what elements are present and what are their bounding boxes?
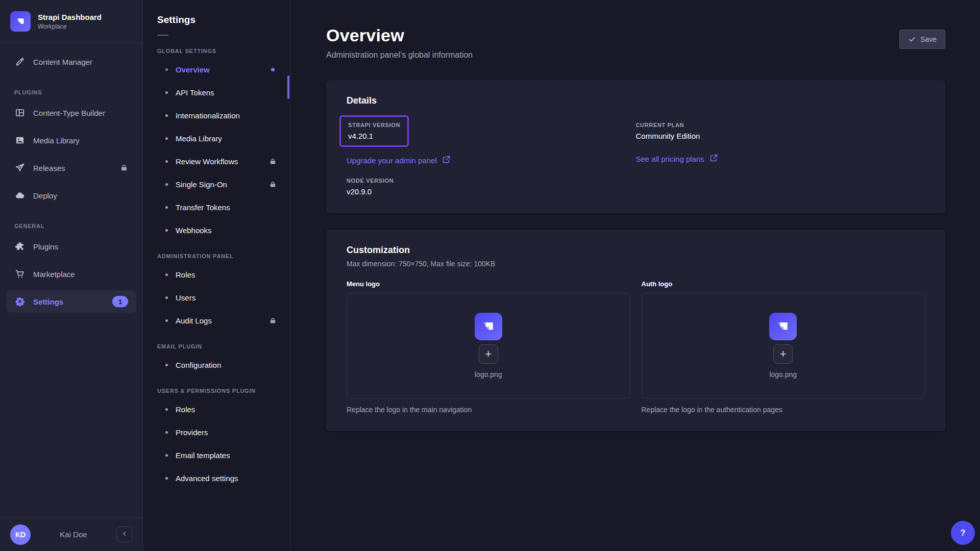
strapi-version-label: STRAPI VERSION (348, 122, 400, 128)
subnav-section-global-settings: GLOBAL SETTINGS (143, 37, 290, 58)
bullet-icon (165, 229, 168, 232)
nav-item-media-library[interactable]: Media Library (6, 129, 136, 152)
notification-dot (271, 68, 275, 71)
nav-section-plugins: PLUGINS (6, 78, 136, 102)
details-card-title: Details (347, 95, 925, 106)
settings-notification-badge: 1 (112, 296, 128, 307)
subnav-item-api-tokens[interactable]: API Tokens (143, 81, 290, 104)
add-menu-logo-button[interactable]: + (479, 344, 498, 364)
menu-logo-upload-area[interactable]: + logo.png (347, 293, 630, 398)
subnav-section-email-plugin: EMAIL PLUGIN (143, 332, 290, 354)
workspace-title: Strapi Dashboard (38, 13, 102, 21)
cart-icon (14, 269, 25, 279)
bullet-icon (165, 183, 168, 186)
add-auth-logo-button[interactable]: + (773, 344, 793, 364)
customization-card-title: Customization (347, 245, 925, 256)
subnav-scrollbar-thumb[interactable] (287, 76, 289, 99)
subnav-item-admin-roles[interactable]: Roles (143, 263, 290, 286)
nav-item-content-manager[interactable]: Content Manager (6, 51, 136, 73)
current-plan-label: CURRENT PLAN (636, 122, 925, 128)
chevron-left-icon (121, 530, 128, 539)
layout-icon (14, 108, 25, 118)
main-navigation: Strapi Dashboard Workplace Content Manag… (0, 0, 143, 551)
main-nav-list: Content Manager PLUGINS Content-Type Bui… (0, 43, 142, 517)
collapse-sidebar-button[interactable] (116, 527, 132, 542)
nav-item-settings[interactable]: Settings 1 (6, 290, 136, 313)
user-avatar[interactable]: KD (10, 524, 31, 545)
subnav-item-overview[interactable]: Overview (143, 58, 290, 81)
settings-sub-navigation: Settings GLOBAL SETTINGS Overview API To… (143, 0, 290, 551)
subnav-item-audit-logs[interactable]: Audit Logs (143, 309, 290, 332)
strapi-version-value: v4.20.1 (348, 132, 400, 140)
lock-icon (269, 158, 277, 165)
subnav-item-advanced-settings[interactable]: Advanced settings (143, 467, 290, 490)
lock-icon (269, 181, 277, 188)
lock-icon (269, 317, 277, 324)
image-icon (14, 135, 25, 145)
strapi-logo-preview (769, 313, 797, 340)
details-card: Details STRAPI VERSION v4.20.1 Upgrade y… (326, 80, 945, 213)
cloud-icon (14, 190, 25, 201)
subnav-item-providers[interactable]: Providers (143, 421, 290, 444)
nav-item-plugins[interactable]: Plugins (6, 235, 136, 258)
subnav-item-webhooks[interactable]: Webhooks (143, 219, 290, 242)
save-button[interactable]: Save (899, 30, 945, 49)
page-subtitle: Administration panel’s global informatio… (326, 51, 473, 60)
nav-item-marketplace[interactable]: Marketplace (6, 263, 136, 285)
bullet-icon (165, 431, 168, 434)
nav-item-label: Deploy (33, 191, 57, 200)
user-section[interactable]: KD Kai Doe (0, 517, 142, 551)
bullet-icon (165, 296, 168, 299)
nav-item-content-type-builder[interactable]: Content-Type Builder (6, 102, 136, 124)
subnav-item-media-library[interactable]: Media Library (143, 127, 290, 150)
current-plan-value: Community Edition (636, 132, 925, 140)
help-button[interactable]: ? (951, 521, 975, 545)
main-content: Overview Administration panel’s global i… (290, 0, 980, 551)
subnav-title: Settings (143, 14, 290, 26)
nav-item-releases[interactable]: Releases (6, 157, 136, 179)
nav-item-label: Content-Type Builder (33, 109, 105, 117)
subnav-item-transfer-tokens[interactable]: Transfer Tokens (143, 196, 290, 219)
bullet-icon (165, 477, 168, 480)
subnav-item-internationalization[interactable]: Internationalization (143, 104, 290, 127)
auth-logo-caption: Replace the logo in the authentication p… (642, 406, 925, 414)
subnav-item-email-templates[interactable]: Email templates (143, 444, 290, 467)
auth-logo-upload-area[interactable]: + logo.png (642, 293, 925, 398)
nav-item-label: Marketplace (33, 270, 75, 279)
workspace-brand: Strapi Dashboard Workplace (0, 0, 142, 43)
subnav-item-configuration[interactable]: Configuration (143, 354, 290, 377)
subnav-item-review-workflows[interactable]: Review Workflows (143, 150, 290, 173)
bullet-icon (165, 91, 168, 94)
nav-item-label: Media Library (33, 136, 80, 145)
menu-logo-filename: logo.png (475, 370, 502, 379)
auth-logo-label: Auth logo (642, 280, 925, 288)
subnav-section-users-permissions: USERS & PERMISSIONS PLUGIN (143, 377, 290, 398)
page-header: Overview Administration panel’s global i… (326, 26, 945, 60)
nav-section-general: GENERAL (6, 212, 136, 235)
external-link-icon (709, 154, 718, 164)
node-version-value: v20.9.0 (347, 187, 636, 196)
pricing-plans-link[interactable]: See all pricing plans (636, 154, 718, 164)
strapi-admin-app: Strapi Dashboard Workplace Content Manag… (0, 0, 980, 551)
page-title: Overview (326, 26, 473, 45)
bullet-icon (165, 319, 168, 322)
subnav-section-administration-panel: ADMINISTRATION PANEL (143, 242, 290, 263)
subnav-item-up-roles[interactable]: Roles (143, 398, 290, 421)
upgrade-admin-panel-link[interactable]: Upgrade your admin panel (347, 155, 451, 165)
nav-item-deploy[interactable]: Deploy (6, 184, 136, 207)
subnav-item-single-sign-on[interactable]: Single Sign-On (143, 173, 290, 196)
menu-logo-label: Menu logo (347, 280, 630, 288)
bullet-icon (165, 408, 168, 411)
nav-item-label: Plugins (33, 242, 58, 251)
current-plan-field: CURRENT PLAN Community Edition (636, 115, 925, 140)
customization-card: Customization Max dimension: 750×750, Ma… (326, 230, 945, 431)
subnav-item-admin-users[interactable]: Users (143, 286, 290, 309)
bullet-icon (165, 137, 168, 140)
menu-logo-caption: Replace the logo in the main navigation (347, 406, 630, 414)
bullet-icon (165, 114, 168, 117)
strapi-version-highlight-box: STRAPI VERSION v4.20.1 (339, 115, 409, 147)
save-button-label: Save (920, 35, 937, 43)
check-icon (908, 36, 916, 43)
user-name: Kai Doe (38, 530, 109, 539)
bullet-icon (165, 364, 168, 366)
